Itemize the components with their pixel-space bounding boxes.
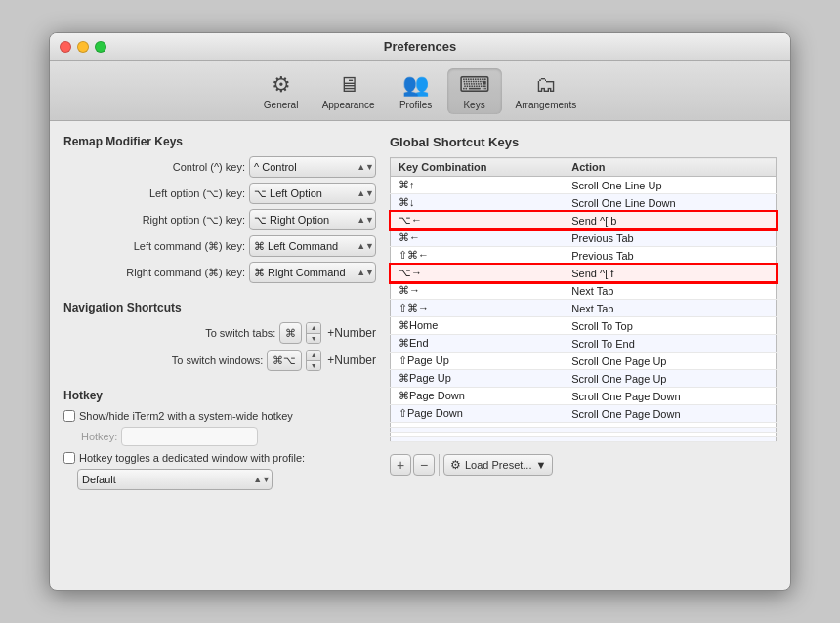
toolbar-item-arrangements[interactable]: 🗂 Arrangements [506,68,587,114]
hotkey-checkbox1[interactable] [63,410,75,422]
hotkey-checkbox1-label: Show/hide iTerm2 with a system-wide hotk… [63,410,293,422]
stepper-up-2[interactable]: ▲ [307,351,320,361]
table-row[interactable]: ⌘HomeScroll To Top [391,317,777,335]
switch-tabs-kbd: ⌘ [279,322,302,344]
shortcut-key-cell: ⇧⌘→ [391,300,565,317]
table-row[interactable]: ⌘↓Scroll One Line Down [391,194,777,212]
shortcut-key-cell: ⌘Page Up [391,370,565,388]
col-action-header: Action [564,158,776,177]
left-command-select[interactable]: ⌘ Left Command [249,235,376,257]
shortcut-action-cell: Previous Tab [564,247,776,265]
table-row[interactable]: ⌥→Send ^[ f [391,265,777,282]
table-row[interactable]: ⌘→Next Tab [391,282,777,300]
switch-tabs-label: To switch tabs: [63,327,275,339]
table-row[interactable]: ⌘EndScroll To End [391,335,777,353]
default-profile-select[interactable]: Default [77,469,273,490]
switch-windows-label: To switch windows: [63,354,263,366]
right-command-label: Right command (⌘) key: [63,267,245,279]
nav-title: Navigation Shortcuts [63,301,376,314]
shortcut-action-cell: Next Tab [564,300,776,317]
shortcut-action-cell: Scroll One Page Up [564,370,776,388]
hotkey-checkbox1-text: Show/hide iTerm2 with a system-wide hotk… [79,410,293,422]
right-option-select[interactable]: ⌥ Right Option [249,209,376,230]
profiles-label: Profiles [399,100,432,110]
stepper-up[interactable]: ▲ [307,323,320,334]
table-row[interactable] [391,437,777,442]
add-shortcut-button[interactable]: + [390,454,411,476]
toolbar-item-appearance[interactable]: 🖥 Appearance [313,68,385,114]
right-option-select-wrapper: ⌥ Right Option ▲▼ [249,209,376,230]
hotkey-field-label: Hotkey: [81,431,117,442]
appearance-icon: 🖥 [338,72,359,98]
table-row[interactable]: ⌘Page DownScroll One Page Down [391,388,777,405]
table-row[interactable]: ⇧Page DownScroll One Page Down [391,405,777,423]
control-label: Control (^) key: [63,161,245,173]
shortcut-key-cell: ⌘↑ [391,177,565,194]
switch-windows-stepper[interactable]: ▲ ▼ [306,350,321,371]
toolbar-item-profiles[interactable]: 👥 Profiles [389,68,443,114]
right-command-row: Right command (⌘) key: ⌘ Right Command ▲… [63,262,376,283]
table-row[interactable]: ⇧Page UpScroll One Page Up [391,353,777,370]
hotkey-section: Hotkey Show/hide iTerm2 with a system-wi… [63,389,376,490]
right-panel-title: Global Shortcut Keys [390,135,777,149]
general-icon: ⚙ [272,72,291,98]
shortcut-key-cell: ⌘← [391,229,565,247]
gear-icon: ⚙ [450,458,461,472]
shortcut-action-cell: Scroll One Page Up [564,353,776,370]
toolbar-item-general[interactable]: ⚙ General [254,68,309,114]
shortcut-key-cell: ⇧Page Up [391,353,565,370]
shortcut-key-cell [391,437,565,442]
table-row[interactable]: ⇧⌘←Previous Tab [391,247,777,265]
shortcut-key-cell: ⌘End [391,335,565,353]
left-command-label: Left command (⌘) key: [63,240,245,253]
right-command-select[interactable]: ⌘ Right Command [249,262,376,283]
preferences-window: Preferences ⚙ General 🖥 Appearance 👥 Pro… [49,32,791,591]
left-command-select-wrapper: ⌘ Left Command ▲▼ [249,235,376,257]
stepper-down-2[interactable]: ▼ [307,361,320,371]
left-option-select[interactable]: ⌥ Left Option [249,183,376,204]
remove-shortcut-button[interactable]: − [413,454,435,476]
default-select-wrapper: Default ▲▼ [77,469,273,490]
hotkey-input[interactable] [121,427,258,446]
toolbar-divider [439,454,440,476]
col-key-header: Key Combination [391,158,565,177]
shortcut-action-cell: Scroll One Page Down [564,388,776,405]
toolbar-item-keys[interactable]: ⌨ Keys [447,68,502,114]
maximize-button[interactable] [95,41,106,53]
shortcut-action-cell: Scroll One Page Down [564,405,776,423]
table-row[interactable]: ⌘←Previous Tab [391,229,777,247]
table-row[interactable]: ⌘↑Scroll One Line Up [391,177,777,194]
shortcut-action-cell: Scroll To Top [564,317,776,335]
shortcut-table: Key Combination Action ⌘↑Scroll One Line… [390,157,777,442]
load-preset-label: Load Preset... [465,459,532,471]
control-select[interactable]: ^ Control [249,156,376,178]
remap-section: Remap Modifier Keys Control (^) key: ^ C… [63,135,376,283]
switch-tabs-plus: +Number [327,326,376,340]
hotkey-checkbox2-text: Hotkey toggles a dedicated window with p… [79,452,305,464]
load-preset-button[interactable]: ⚙ Load Preset... ▼ [443,454,553,476]
table-row[interactable]: ⇧⌘→Next Tab [391,300,777,317]
stepper-down[interactable]: ▼ [307,334,320,344]
toolbar: ⚙ General 🖥 Appearance 👥 Profiles ⌨ Keys… [50,61,790,121]
shortcut-key-cell: ⌥→ [391,265,565,282]
switch-tabs-stepper[interactable]: ▲ ▼ [306,322,321,344]
hotkey-checkbox2[interactable] [63,452,75,464]
close-button[interactable] [60,41,71,53]
table-row[interactable]: ⌥←Send ^[ b [391,212,777,229]
right-option-row: Right option (⌥) key: ⌥ Right Option ▲▼ [63,209,376,230]
right-panel: Global Shortcut Keys Key Combination Act… [390,135,777,576]
table-row[interactable]: ⌘Page UpScroll One Page Up [391,370,777,388]
minimize-button[interactable] [77,41,89,53]
appearance-label: Appearance [322,100,375,110]
hotkey-checkbox2-label: Hotkey toggles a dedicated window with p… [63,452,305,464]
right-command-select-wrapper: ⌘ Right Command ▲▼ [249,262,376,283]
left-option-row: Left option (⌥) key: ⌥ Left Option ▲▼ [63,183,376,204]
shortcut-key-cell: ⌘Home [391,317,565,335]
hotkey-checkbox2-row: Hotkey toggles a dedicated window with p… [63,452,376,464]
shortcut-action-cell: Scroll One Line Down [564,194,776,212]
shortcut-action-cell [564,437,776,442]
shortcut-key-cell: ⌥← [391,212,565,229]
hotkey-title: Hotkey [63,389,376,402]
left-command-row: Left command (⌘) key: ⌘ Left Command ▲▼ [63,235,376,257]
switch-tabs-row: To switch tabs: ⌘ ▲ ▼ +Number [63,322,376,344]
